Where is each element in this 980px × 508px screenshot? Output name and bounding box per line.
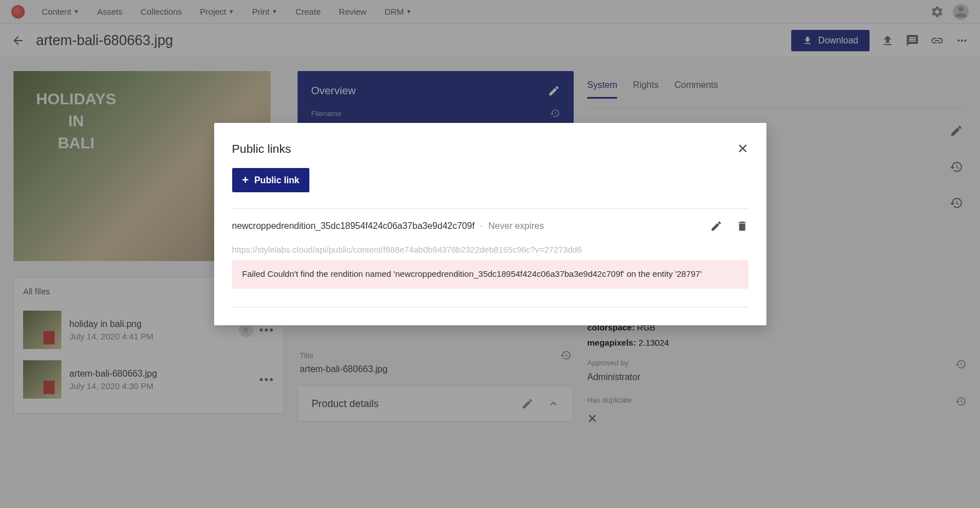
divider — [232, 307, 748, 307]
link-url[interactable]: https://stylelabs.cloud/api/public/conte… — [232, 245, 748, 254]
modal-header: Public links ✕ — [232, 141, 748, 157]
link-row: newcroppedrendition_35dc18954f424c06a37b… — [232, 220, 748, 232]
close-button[interactable]: ✕ — [737, 141, 748, 157]
plus-icon: + — [242, 174, 249, 187]
error-message: Failed Couldn't find the rendition named… — [232, 260, 748, 289]
separator: · — [480, 221, 482, 231]
divider — [232, 208, 748, 209]
link-actions — [710, 220, 748, 232]
edit-icon[interactable] — [710, 220, 722, 232]
modal-title: Public links — [232, 142, 291, 156]
add-public-link-button[interactable]: + Public link — [232, 168, 310, 192]
delete-icon[interactable] — [736, 220, 748, 232]
link-name: newcroppedrendition_35dc18954f424c06a37b… — [232, 221, 475, 231]
public-links-modal: Public links ✕ + Public link newcroppedr… — [214, 123, 766, 325]
link-expires: Never expires — [489, 221, 544, 231]
modal-overlay[interactable]: Public links ✕ + Public link newcroppedr… — [0, 0, 980, 508]
